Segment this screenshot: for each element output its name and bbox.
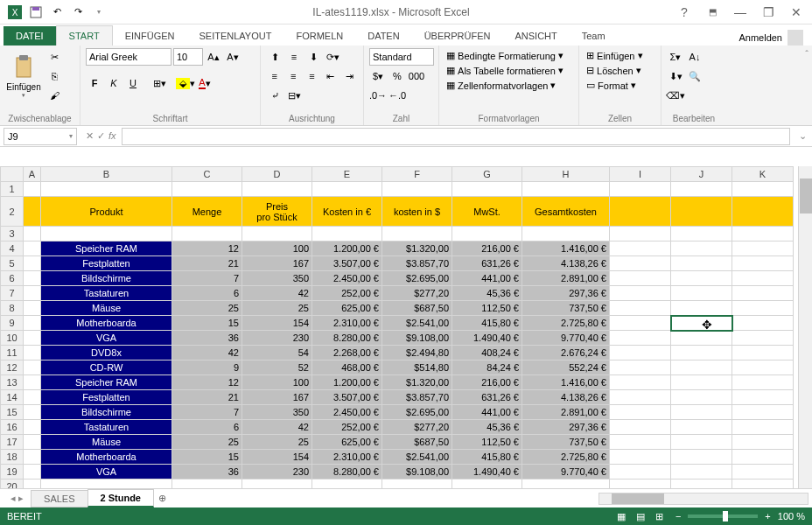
zoom-thumb[interactable] bbox=[723, 511, 728, 522]
cell-kosten-d[interactable]: $2.695,00 bbox=[382, 405, 452, 420]
cell-menge[interactable]: 12 bbox=[172, 375, 242, 390]
cell-mwst[interactable]: 45,36 € bbox=[452, 286, 522, 301]
cell-product[interactable]: Bildschirme bbox=[41, 405, 172, 420]
cell-j6[interactable] bbox=[671, 271, 732, 286]
scroll-thumb[interactable] bbox=[800, 178, 812, 214]
cell-styles-button[interactable]: ▦ Zellenformatvorlagen ▾ bbox=[444, 78, 573, 93]
cell-product[interactable]: Mäuse bbox=[41, 435, 172, 450]
cell-preis[interactable]: 230 bbox=[242, 465, 312, 480]
cell-kosten-e[interactable]: 2.268,00 € bbox=[312, 346, 382, 360]
align-middle-icon[interactable]: ≡ bbox=[285, 48, 303, 66]
decrease-decimal-icon[interactable]: ←.0 bbox=[388, 87, 406, 104]
font-name-input[interactable] bbox=[86, 48, 172, 66]
align-bottom-icon[interactable]: ⬇ bbox=[304, 48, 322, 66]
row-header[interactable]: 6 bbox=[1, 271, 24, 286]
cell-product[interactable]: Motherboarda bbox=[41, 450, 172, 465]
redo-icon[interactable]: ↷ bbox=[68, 3, 88, 22]
cell[interactable] bbox=[312, 182, 382, 197]
cell-product[interactable]: VGA bbox=[41, 465, 172, 480]
minimize-icon[interactable]: — bbox=[730, 4, 751, 21]
cell-menge[interactable]: 7 bbox=[172, 271, 242, 286]
format-as-table-button[interactable]: ▦ Als Tabelle formatieren ▾ bbox=[444, 63, 573, 78]
cell-product[interactable]: Mäuse bbox=[41, 301, 172, 316]
formula-input[interactable] bbox=[122, 128, 790, 145]
cell-product[interactable]: Festplatten bbox=[41, 256, 172, 271]
cell-j10[interactable] bbox=[671, 331, 732, 346]
clear-icon[interactable]: ⌫▾ bbox=[667, 87, 684, 104]
cell-preis[interactable]: 42 bbox=[242, 286, 312, 301]
row-header[interactable]: 15 bbox=[1, 405, 24, 420]
cell-mwst[interactable]: 1.490,40 € bbox=[452, 331, 522, 346]
header-mwst[interactable]: MwSt. bbox=[452, 197, 522, 227]
cell-gesamt[interactable]: 297,36 € bbox=[522, 286, 610, 301]
zoom-out-button[interactable]: − bbox=[676, 511, 681, 522]
align-top-icon[interactable]: ⬆ bbox=[266, 48, 284, 66]
header-kosten-d[interactable]: kosten in $ bbox=[382, 197, 452, 227]
cell-menge[interactable]: 6 bbox=[172, 286, 242, 301]
fx-icon[interactable]: fx bbox=[108, 130, 116, 142]
find-icon[interactable]: 🔍 bbox=[686, 67, 704, 85]
zoom-in-button[interactable]: + bbox=[765, 511, 770, 522]
cell-menge[interactable]: 36 bbox=[172, 331, 242, 346]
delete-cells-button[interactable]: ⊟ Löschen ▾ bbox=[584, 63, 655, 78]
decrease-indent-icon[interactable]: ⇤ bbox=[322, 67, 339, 85]
fill-color-icon[interactable]: ⬙▾ bbox=[177, 74, 194, 92]
cell-gesamt[interactable]: 4.138,26 € bbox=[522, 390, 610, 405]
cell-kosten-e[interactable]: 625,00 € bbox=[312, 435, 382, 450]
cell-preis[interactable]: 350 bbox=[242, 271, 312, 286]
cell-product[interactable]: Bildschirme bbox=[41, 271, 172, 286]
cell-j13[interactable] bbox=[671, 375, 732, 390]
tab-seitenlayout[interactable]: SEITENLAYOUT bbox=[186, 26, 284, 46]
cell-product[interactable]: Motherboarda bbox=[41, 316, 172, 331]
header-gesamt[interactable]: Gesamtkosten bbox=[522, 197, 610, 227]
cell-j11[interactable] bbox=[671, 346, 732, 360]
sheet-tab-2stunde[interactable]: 2 Stunde bbox=[88, 489, 154, 508]
cell-product[interactable]: Tastaturen bbox=[41, 420, 172, 435]
row-header[interactable]: 17 bbox=[1, 435, 24, 450]
cell-product[interactable]: CD-RW bbox=[41, 360, 172, 375]
col-header-J[interactable]: J bbox=[671, 167, 732, 182]
cell-product[interactable]: VGA bbox=[41, 331, 172, 346]
cell-product[interactable]: DVD8x bbox=[41, 346, 172, 360]
cell[interactable] bbox=[522, 182, 610, 197]
increase-font-icon[interactable]: A▴ bbox=[205, 48, 222, 66]
cell-preis[interactable]: 230 bbox=[242, 331, 312, 346]
cell-mwst[interactable]: 45,36 € bbox=[452, 420, 522, 435]
align-center-icon[interactable]: ≡ bbox=[284, 67, 301, 85]
col-header-A[interactable]: A bbox=[24, 167, 41, 182]
cell-gesamt[interactable]: 4.138,26 € bbox=[522, 256, 610, 271]
zoom-level[interactable]: 100 % bbox=[778, 511, 805, 522]
cell-menge[interactable]: 36 bbox=[172, 465, 242, 480]
tab-team[interactable]: Team bbox=[570, 26, 618, 46]
tab-einfuegen[interactable]: EINFÜGEN bbox=[113, 26, 187, 46]
sheet-tab-sales[interactable]: SALES bbox=[31, 490, 88, 508]
enter-formula-icon[interactable]: ✓ bbox=[97, 130, 105, 142]
restore-icon[interactable]: ❐ bbox=[758, 4, 779, 21]
cell-kosten-e[interactable]: 252,00 € bbox=[312, 286, 382, 301]
cell-gesamt[interactable]: 1.416,00 € bbox=[522, 242, 610, 256]
cell-menge[interactable]: 6 bbox=[172, 420, 242, 435]
page-break-view-icon[interactable]: ⊞ bbox=[651, 509, 668, 523]
row-header[interactable]: 11 bbox=[1, 346, 24, 360]
row-header[interactable]: 8 bbox=[1, 301, 24, 316]
cell-kosten-e[interactable]: 625,00 € bbox=[312, 301, 382, 316]
cell[interactable] bbox=[242, 182, 312, 197]
row-header[interactable]: 5 bbox=[1, 256, 24, 271]
cell-kosten-d[interactable]: $277,20 bbox=[382, 420, 452, 435]
cell-j7[interactable] bbox=[671, 286, 732, 301]
cell-j14[interactable] bbox=[671, 390, 732, 405]
font-size-input[interactable] bbox=[173, 48, 203, 66]
cell-gesamt[interactable]: 2.725,80 € bbox=[522, 450, 610, 465]
header-menge[interactable]: Menge bbox=[172, 197, 242, 227]
cell-preis[interactable]: 100 bbox=[242, 375, 312, 390]
zoom-slider[interactable] bbox=[688, 514, 758, 518]
row-header[interactable]: 16 bbox=[1, 420, 24, 435]
cell-kosten-e[interactable]: 2.450,00 € bbox=[312, 271, 382, 286]
underline-button[interactable]: U bbox=[124, 74, 142, 92]
wrap-text-icon[interactable]: ⤶ bbox=[266, 87, 284, 104]
cell-preis[interactable]: 167 bbox=[242, 256, 312, 271]
expand-formula-icon[interactable]: ⌄ bbox=[794, 130, 812, 142]
row-header[interactable]: 19 bbox=[1, 465, 24, 480]
help-icon[interactable]: ? bbox=[674, 4, 695, 21]
cell-preis[interactable]: 350 bbox=[242, 405, 312, 420]
